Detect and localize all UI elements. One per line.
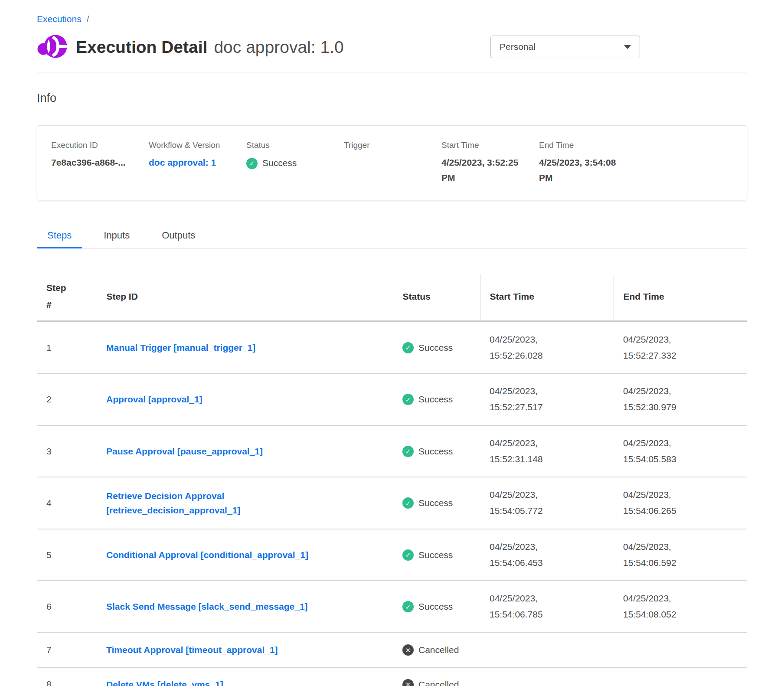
status-cell: ✓Success (393, 529, 480, 581)
page-header: Execution Detail doc approval: 1.0 Perso… (37, 33, 747, 62)
step-link[interactable]: Manual Trigger [manual_trigger_1] (106, 340, 255, 355)
start-time-cell: 04/25/2023,15:54:06.785 (480, 581, 614, 633)
info-field-start-time: Start Time 4/25/2023, 3:52:25 PM (441, 140, 539, 185)
table-row: 2 Approval [approval_1] ✓Success 04/25/2… (37, 373, 747, 425)
info-field-label: Execution ID (51, 140, 141, 150)
workflow-version-link[interactable]: doc approval: 1 (149, 157, 216, 167)
cancelled-icon: ✕ (402, 644, 414, 656)
info-field-label: End Time (539, 140, 625, 150)
status-label: Cancelled (418, 645, 459, 655)
info-field-end-time: End Time 4/25/2023, 3:54:08 PM (539, 140, 633, 185)
status-cell: ✓Success (393, 477, 480, 529)
step-number-cell: 3 (37, 425, 97, 477)
step-number-cell: 1 (37, 321, 97, 374)
step-link[interactable]: Timeout Approval [timeout_approval_1] (106, 643, 278, 657)
step-number-cell: 6 (37, 581, 97, 633)
step-id-cell: Timeout Approval [timeout_approval_1] (97, 633, 393, 667)
success-icon: ✓ (402, 446, 414, 457)
tab-steps[interactable]: Steps (37, 225, 82, 248)
status-badge: ✓Success (246, 156, 297, 171)
chevron-down-icon (624, 45, 631, 49)
status-cell: ✓Success (393, 373, 480, 425)
status-label: Success (418, 498, 453, 508)
status-label: Success (262, 156, 297, 171)
info-field-label: Workflow & Version (149, 140, 238, 150)
info-field-value: 4/25/2023, 3:54:08 PM (539, 155, 625, 185)
tab-outputs[interactable]: Outputs (151, 225, 206, 248)
status-label: Success (418, 601, 453, 612)
status-badge: ✕Cancelled (402, 679, 459, 686)
status-badge: ✓Success (402, 394, 453, 405)
status-badge: ✓Success (402, 497, 453, 509)
step-link[interactable]: Slack Send Message [slack_send_message_1… (106, 599, 308, 614)
info-section-title: Info (37, 91, 747, 105)
table-row: 3 Pause Approval [pause_approval_1] ✓Suc… (37, 425, 747, 477)
column-header-step-number: Step # (37, 274, 97, 321)
step-id-cell: Manual Trigger [manual_trigger_1] (97, 321, 393, 374)
page-subtitle: doc approval: 1.0 (214, 38, 343, 57)
status-cell: ✕Cancelled (393, 633, 480, 667)
info-field-label: Trigger (344, 140, 434, 150)
steps-table-header: Step # Step ID Status Start Time End Tim… (37, 274, 747, 321)
table-row: 1 Manual Trigger [manual_trigger_1] ✓Suc… (37, 321, 747, 374)
status-label: Success (418, 446, 453, 457)
step-number-cell: 8 (37, 667, 97, 686)
step-id-cell: Pause Approval [pause_approval_1] (97, 425, 393, 477)
status-cell: ✓Success (393, 581, 480, 633)
info-field-value: doc approval: 1 (149, 155, 235, 170)
end-time-cell: 04/25/2023,15:54:06.592 (614, 529, 747, 581)
info-field-value: 7e8ac396-a868-... (51, 155, 137, 170)
step-link[interactable]: Pause Approval [pause_approval_1] (106, 444, 263, 459)
info-field-status: Status ✓Success (246, 140, 344, 185)
tab-inputs[interactable]: Inputs (93, 225, 140, 248)
status-badge: ✓Success (402, 601, 453, 612)
start-time-cell: 04/25/2023,15:52:31.148 (480, 425, 614, 477)
start-time-cell (480, 633, 614, 667)
start-time-cell (480, 667, 614, 686)
success-icon: ✓ (402, 601, 414, 612)
step-number-cell: 2 (37, 373, 97, 425)
end-time-cell: 04/25/2023,15:54:08.052 (614, 581, 747, 633)
status-label: Success (418, 343, 453, 353)
status-label: Success (418, 550, 453, 560)
table-row: 4 Retrieve Decision Approval [retrieve_d… (37, 477, 747, 529)
header-divider (37, 72, 747, 72)
end-time-cell (614, 633, 747, 667)
table-row: 5 Conditional Approval [conditional_appr… (37, 529, 747, 581)
step-id-cell: Delete VMs [delete_vms_1] (97, 667, 393, 686)
status-badge: ✓Success (402, 446, 453, 457)
success-icon: ✓ (402, 497, 414, 509)
step-link[interactable]: Approval [approval_1] (106, 392, 203, 407)
status-cell: ✓Success (393, 425, 480, 477)
success-icon: ✓ (402, 342, 414, 353)
step-number-cell: 4 (37, 477, 97, 529)
success-icon: ✓ (246, 158, 258, 169)
info-field-label: Status (246, 140, 336, 150)
status-badge: ✓Success (402, 549, 453, 561)
info-divider (37, 113, 747, 113)
column-header-end-time: End Time (614, 274, 747, 321)
table-row: 7 Timeout Approval [timeout_approval_1] … (37, 633, 747, 667)
step-id-cell: Approval [approval_1] (97, 373, 393, 425)
status-badge: ✓Success (402, 342, 453, 353)
step-link[interactable]: Retrieve Decision Approval [retrieve_dec… (106, 489, 349, 518)
step-id-cell: Slack Send Message [slack_send_message_1… (97, 581, 393, 633)
table-row: 8 Delete VMs [delete_vms_1] ✕Cancelled (37, 667, 747, 686)
step-id-cell: Conditional Approval [conditional_approv… (97, 529, 393, 581)
steps-table-body: 1 Manual Trigger [manual_trigger_1] ✓Suc… (37, 321, 747, 686)
workspace-selector[interactable]: Personal (490, 36, 640, 58)
end-time-cell: 04/25/2023,15:54:05.583 (614, 425, 747, 477)
step-link[interactable]: Conditional Approval [conditional_approv… (106, 548, 308, 562)
workspace-selector-value: Personal (500, 42, 536, 52)
start-time-cell: 04/25/2023,15:52:26.028 (480, 321, 614, 374)
column-header-status: Status (393, 274, 480, 321)
breadcrumb-separator: / (87, 14, 89, 24)
breadcrumb-executions-link[interactable]: Executions (37, 14, 82, 24)
step-link[interactable]: Delete VMs [delete_vms_1] (106, 677, 223, 686)
step-number-cell: 7 (37, 633, 97, 667)
column-header-start-time: Start Time (480, 274, 614, 321)
step-number-cell: 5 (37, 529, 97, 581)
success-icon: ✓ (402, 549, 414, 561)
success-icon: ✓ (402, 394, 414, 405)
info-card: Execution ID 7e8ac396-a868-... Workflow … (37, 125, 747, 200)
